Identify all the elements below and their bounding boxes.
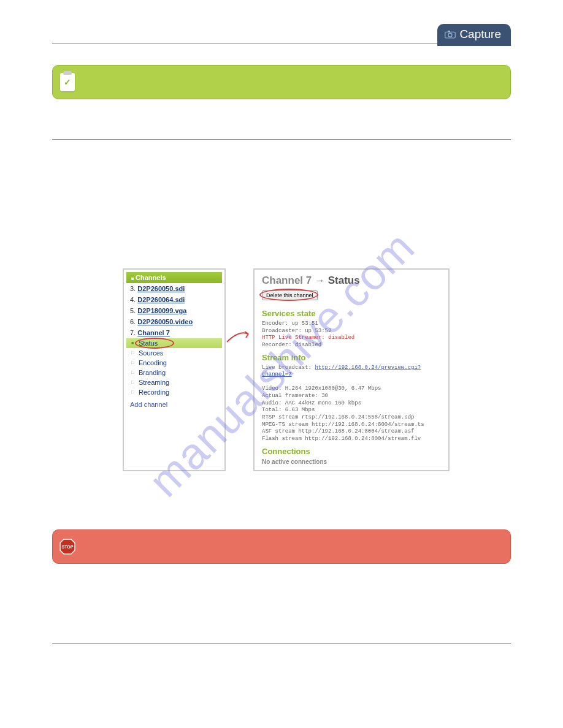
sidebar-sub-sources[interactable]: Sources bbox=[126, 348, 222, 358]
stream-details: Video: H.264 1920x1080@30, 6.47 Mbps Act… bbox=[262, 385, 441, 443]
connections-heading: Connections bbox=[262, 447, 441, 456]
services-heading: Services state bbox=[262, 309, 441, 318]
sidebar-sub-streaming[interactable]: Streaming bbox=[126, 377, 222, 387]
clipboard-icon bbox=[60, 73, 75, 91]
live-broadcast: Live broadcast: http://192.168.0.24/prev… bbox=[262, 365, 441, 379]
sidebar-item-6[interactable]: 6. D2P260050.video bbox=[126, 316, 222, 327]
status-panel: Channel 7 → Status Delete this channel S… bbox=[253, 268, 450, 471]
warning-callout: STOP bbox=[52, 529, 511, 564]
delete-channel-button[interactable]: Delete this channel bbox=[262, 290, 318, 300]
tip-callout bbox=[52, 65, 511, 99]
services-text: Encoder: up 53:51 Broadcaster: up 53:52 … bbox=[262, 320, 441, 349]
sidebar-sub-recording[interactable]: Recording bbox=[126, 387, 222, 397]
stop-icon: STOP bbox=[59, 538, 76, 555]
panel-title: Channel 7 → Status bbox=[262, 275, 441, 287]
stream-info-heading: Stream info bbox=[262, 353, 441, 362]
sidebar-sub-branding[interactable]: Branding bbox=[126, 368, 222, 377]
svg-rect-2 bbox=[448, 31, 451, 32]
red-arrow bbox=[224, 327, 255, 345]
channels-sidebar: Channels 3. D2P260050.sdi 4. D2P260064.s… bbox=[123, 268, 226, 471]
footer-divider bbox=[52, 643, 511, 644]
sidebar-sub-encoding[interactable]: Encoding bbox=[126, 358, 222, 368]
sidebar-item-4[interactable]: 4. D2P260064.sdi bbox=[126, 294, 222, 305]
svg-point-1 bbox=[448, 33, 452, 37]
camera-icon bbox=[445, 30, 456, 39]
sidebar-header: Channels bbox=[126, 272, 222, 283]
capture-tab: Capture bbox=[437, 24, 511, 46]
add-channel-link[interactable]: Add channel bbox=[126, 397, 222, 412]
capture-label: Capture bbox=[459, 28, 501, 41]
sidebar-item-3[interactable]: 3. D2P260050.sdi bbox=[126, 283, 222, 294]
sidebar-item-5[interactable]: 5. D2P180099.vga bbox=[126, 305, 222, 316]
sidebar-item-7[interactable]: 7. Channel 7 bbox=[126, 327, 222, 338]
screenshot-figure: Channels 3. D2P260050.sdi 4. D2P260064.s… bbox=[52, 268, 511, 471]
svg-text:STOP: STOP bbox=[62, 545, 74, 549]
sidebar-sub-status[interactable]: Status bbox=[126, 338, 222, 348]
no-connections: No active connections bbox=[262, 458, 441, 465]
section-divider bbox=[52, 139, 511, 140]
delete-button-wrap: Delete this channel bbox=[262, 290, 318, 300]
